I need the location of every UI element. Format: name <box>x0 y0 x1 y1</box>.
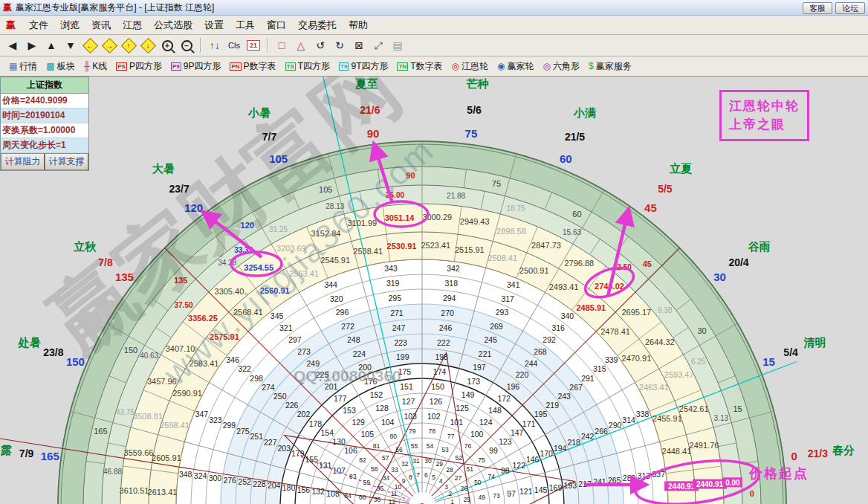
svg-text:55: 55 <box>411 442 418 450</box>
shift-right-button[interactable]: → <box>100 37 118 54</box>
svg-text:317: 317 <box>501 294 514 303</box>
gann-wheel-canvas[interactable]: 1234567891011122526272829303132333435364… <box>0 77 868 504</box>
zoom-in-button[interactable]: + <box>158 37 176 54</box>
calc-resistance-button[interactable]: 计算阻力 <box>1 153 45 170</box>
svg-text:275: 275 <box>236 427 250 436</box>
svg-text:45: 45 <box>643 259 652 268</box>
module-p-table[interactable]: PNP数字表 <box>230 60 276 73</box>
svg-text:316: 316 <box>551 323 565 332</box>
menu-item[interactable]: 窗口 <box>267 19 286 32</box>
svg-text:36: 36 <box>374 496 381 503</box>
svg-text:290: 290 <box>609 421 622 430</box>
svg-text:252: 252 <box>238 477 251 486</box>
menu-item[interactable]: 江恩 <box>123 19 142 32</box>
rotate-cw-button[interactable]: ↻ <box>331 37 349 54</box>
shift-up-button[interactable]: ↑ <box>120 37 137 54</box>
menu-item[interactable]: 交易委托 <box>298 19 337 32</box>
shift-left-button[interactable]: ← <box>81 37 99 54</box>
panel-rows: 价格=2440.9099时间=20190104变换系数=1.00000周天变化步… <box>1 94 88 153</box>
module-quotes[interactable]: ▦行情 <box>9 60 37 73</box>
svg-text:228: 228 <box>253 479 266 488</box>
svg-text:20/4: 20/4 <box>728 256 748 268</box>
svg-text:0: 0 <box>750 489 754 498</box>
module-9p-square[interactable]: P99P四方形 <box>171 60 221 73</box>
module-sectors[interactable]: ▩板块 <box>46 60 74 73</box>
module-t-square[interactable]: TST四方形 <box>285 60 331 73</box>
svg-text:102: 102 <box>427 412 441 421</box>
titlebar-button-service[interactable]: 客服 <box>803 2 832 14</box>
free-transform-button[interactable]: ⤢ <box>369 37 387 54</box>
svg-text:270: 270 <box>441 308 454 317</box>
svg-text:5/6: 5/6 <box>467 104 482 116</box>
cls-button[interactable]: Cls <box>225 37 243 54</box>
svg-text:220: 220 <box>516 370 529 379</box>
svg-text:150: 150 <box>431 382 444 391</box>
svg-text:274: 274 <box>262 383 275 392</box>
svg-text:314: 314 <box>622 416 635 424</box>
module-9t-square[interactable]: T99T四方形 <box>339 60 388 73</box>
titlebar-button-forum[interactable]: 论坛 <box>835 2 865 14</box>
svg-text:195: 195 <box>534 410 548 419</box>
svg-text:79: 79 <box>409 427 416 435</box>
panel-field-1: 时间=20190104 <box>1 109 88 123</box>
svg-text:124: 124 <box>479 418 493 427</box>
menu-item[interactable]: 浏览 <box>60 19 80 32</box>
back-button[interactable]: ◀ <box>4 37 22 54</box>
svg-text:80: 80 <box>390 433 398 440</box>
shift-right-icon: → <box>106 42 113 50</box>
svg-text:322: 322 <box>238 364 251 373</box>
box-select-button[interactable]: ⊠ <box>350 37 368 54</box>
price-axis-button[interactable]: ↑↓ <box>206 37 224 54</box>
menu-item[interactable]: 文件 <box>29 19 48 32</box>
module-hexagon[interactable]: ◎六角形 <box>542 60 579 73</box>
forward-icon: ▶ <box>28 39 36 51</box>
module-t-table[interactable]: TNT数字表 <box>397 60 442 73</box>
free-transform-icon: ⤢ <box>374 39 382 52</box>
svg-text:169: 169 <box>549 483 563 492</box>
square-tool-button[interactable]: □ <box>273 37 291 54</box>
svg-text:155: 155 <box>305 455 319 464</box>
menu-item[interactable]: 工具 <box>236 19 255 32</box>
calc-support-button[interactable]: 计算支撑 <box>45 153 88 170</box>
menu-item[interactable]: 资讯 <box>91 19 111 32</box>
pan-down-button[interactable]: ▼ <box>62 37 80 54</box>
module-gann-wheel[interactable]: ◎江恩轮 <box>451 60 488 73</box>
module-winner-service[interactable]: $赢家服务 <box>589 60 632 73</box>
svg-text:30: 30 <box>713 271 726 283</box>
svg-text:3.13: 3.13 <box>714 414 729 422</box>
pan-up-button[interactable]: ▲ <box>42 37 60 54</box>
svg-text:149: 149 <box>461 390 475 399</box>
menu-item[interactable]: 设置 <box>204 19 224 32</box>
menu-item[interactable]: 帮助 <box>349 19 368 32</box>
price-axis-icon: ↑↓ <box>210 39 220 51</box>
svg-text:245: 245 <box>484 335 497 344</box>
module-kline[interactable]: ╫K线 <box>84 60 108 73</box>
svg-text:165: 165 <box>41 450 59 462</box>
calendar-button[interactable]: 21 <box>244 37 262 54</box>
rotate-ccw-button[interactable]: ↺ <box>311 37 329 54</box>
svg-text:3051.14: 3051.14 <box>385 213 415 222</box>
board-button[interactable]: ▤ <box>389 37 407 54</box>
pan-up-icon: ▲ <box>46 39 56 51</box>
zoom-out-button[interactable]: − <box>178 37 195 54</box>
shift-down-button[interactable]: ↓ <box>139 37 157 54</box>
module-p-square[interactable]: PSP四方形 <box>116 60 162 73</box>
module-label: P四方形 <box>129 60 162 73</box>
menu-item[interactable]: 公式选股 <box>154 19 192 32</box>
svg-text:324: 324 <box>194 471 207 480</box>
svg-text:2644.32: 2644.32 <box>645 337 675 346</box>
module-label: 9T四方形 <box>351 60 388 73</box>
svg-text:2523.41: 2523.41 <box>421 241 450 250</box>
svg-text:129: 129 <box>352 418 365 427</box>
svg-text:白露: 白露 <box>0 444 12 456</box>
forward-button[interactable]: ▶ <box>23 37 41 54</box>
triangle-tool-button[interactable]: △ <box>292 37 310 54</box>
module-winner-wheel[interactable]: ◉赢家轮 <box>497 60 534 73</box>
svg-text:271: 271 <box>390 308 404 317</box>
titlebar-buttons: 客服论坛 <box>800 1 865 14</box>
zoom-in-icon: + <box>162 40 173 51</box>
svg-text:83: 83 <box>349 473 357 480</box>
svg-text:269: 269 <box>490 322 503 331</box>
t-square-icon: TS <box>285 62 296 71</box>
svg-text:203: 203 <box>278 444 291 453</box>
